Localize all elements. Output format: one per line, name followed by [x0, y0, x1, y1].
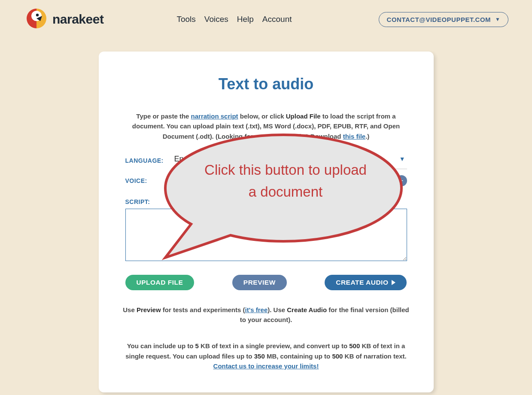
nav-voices[interactable]: Voices — [204, 15, 228, 24]
preview-button[interactable]: PREVIEW — [232, 275, 287, 290]
parrot-icon — [26, 8, 47, 31]
nav-tools[interactable]: Tools — [176, 15, 195, 24]
script-wrap — [125, 209, 407, 263]
voice-value: C — [171, 176, 178, 185]
script-textarea[interactable] — [125, 209, 407, 261]
its-free-link[interactable]: it's free — [245, 306, 268, 313]
footer-text-2: You can include up to 5 KB of text in a … — [112, 341, 421, 371]
form: LANGUAGE: English - British ▼ VOICE: C +… — [112, 141, 421, 290]
chevron-down-icon: ▼ — [495, 16, 500, 22]
logo[interactable]: narakeet — [26, 8, 103, 31]
language-select[interactable]: English - British ▼ — [173, 152, 407, 169]
plus-icon: + — [399, 177, 403, 185]
logo-text: narakeet — [52, 12, 103, 27]
play-icon — [392, 280, 395, 285]
nav-help[interactable]: Help — [237, 15, 254, 24]
intro-text: Type or paste the narration script below… — [112, 111, 421, 141]
narration-script-link[interactable]: narration script — [191, 112, 238, 120]
account-email: CONTACT@VIDEOPUPPET.COM — [387, 16, 491, 23]
language-row: LANGUAGE: English - British ▼ — [125, 152, 407, 169]
main-card: Text to audio Type or paste the narratio… — [99, 52, 434, 392]
contact-limits-link[interactable]: Contact us to increase your limits! — [213, 362, 319, 370]
footer-text-1: Use Preview for tests and experiments (i… — [112, 305, 421, 325]
add-voice-button[interactable]: + — [396, 175, 407, 186]
header: narakeet Tools Voices Help Account CONTA… — [0, 0, 532, 31]
account-dropdown[interactable]: CONTACT@VIDEOPUPPET.COM ▼ — [379, 12, 508, 27]
nav-account[interactable]: Account — [262, 15, 292, 24]
page-title: Text to audio — [112, 75, 421, 93]
create-audio-button[interactable]: CREATE AUDIO — [325, 275, 407, 290]
language-value: English - British — [174, 155, 228, 164]
example-file-link[interactable]: this file — [343, 133, 366, 140]
script-label: SCRIPT: — [125, 198, 173, 205]
voice-label: VOICE: — [125, 177, 171, 184]
chevron-down-icon: ▼ — [399, 155, 407, 162]
action-row: UPLOAD FILE PREVIEW CREATE AUDIO — [125, 275, 407, 290]
svg-point-1 — [36, 14, 39, 16]
nav: Tools Voices Help Account — [176, 15, 292, 24]
upload-file-button[interactable]: UPLOAD FILE — [125, 275, 195, 290]
language-label: LANGUAGE: — [125, 157, 173, 164]
script-label-row: SCRIPT: — [125, 198, 407, 205]
voice-row: VOICE: C + — [125, 175, 407, 186]
